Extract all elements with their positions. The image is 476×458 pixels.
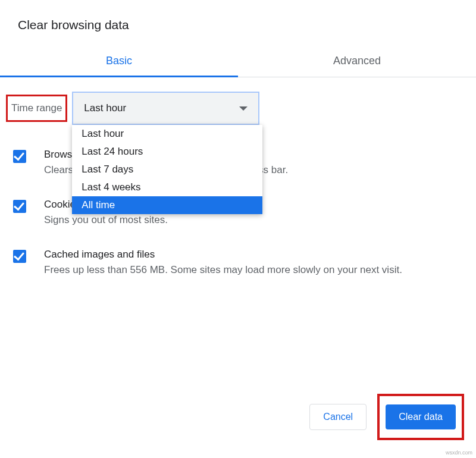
checkbox-cookies[interactable] [13,200,26,213]
time-range-row: Time range Last hour Last hour Last 24 h… [0,77,476,125]
clear-browsing-data-dialog: Clear browsing data Basic Advanced Time … [0,0,476,458]
option-title: Cached images and files [44,249,402,261]
time-range-label: Time range [6,95,67,122]
dropdown-item-all-time[interactable]: All time [72,196,262,214]
time-range-select-field[interactable]: Last hour [72,92,259,125]
option-desc: Frees up less than 556 MB. Some sites ma… [44,263,402,277]
cancel-button[interactable]: Cancel [309,404,367,430]
option-text: Cached images and files Frees up less th… [44,249,402,277]
dropdown-item-last-7-days[interactable]: Last 7 days [72,161,262,178]
time-range-selected-value: Last hour [84,102,126,114]
option-desc-prefix: Clears [44,164,76,175]
option-desc: Signs you out of most sites. [44,213,168,227]
time-range-select[interactable]: Last hour Last hour Last 24 hours Last 7… [72,92,259,125]
dropdown-item-last-hour[interactable]: Last hour [72,125,262,143]
dropdown-item-last-4-weeks[interactable]: Last 4 weeks [72,178,262,196]
tabs: Basic Advanced [0,46,476,77]
time-range-dropdown: Last hour Last 24 hours Last 7 days Last… [72,125,262,214]
checkbox-browsing-history[interactable] [13,150,26,163]
dialog-title: Clear browsing data [0,0,476,32]
clear-data-button[interactable]: Clear data [386,404,456,429]
checkbox-cached[interactable] [13,250,26,263]
dialog-buttons: Cancel Clear data [309,394,464,440]
chevron-down-icon [239,106,248,111]
tab-basic[interactable]: Basic [0,46,238,77]
dropdown-item-last-24-hours[interactable]: Last 24 hours [72,143,262,161]
option-cached: Cached images and files Frees up less th… [13,249,458,277]
annotation-box: Clear data [377,394,464,440]
watermark: wsxdn.com [446,450,472,456]
tab-advanced[interactable]: Advanced [238,46,476,77]
